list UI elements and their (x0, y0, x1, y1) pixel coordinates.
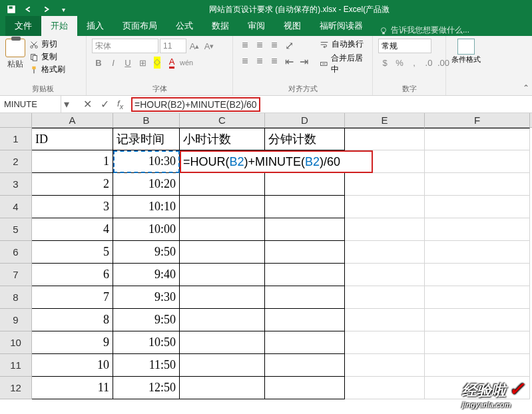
cell-F8[interactable] (425, 286, 530, 309)
cell-A8[interactable]: 7 (32, 286, 113, 309)
cell-C5[interactable] (180, 218, 265, 241)
cell-A5[interactable]: 4 (32, 218, 113, 241)
copy-button[interactable]: 复制 (29, 51, 65, 63)
cell-B7[interactable]: 9:40 (113, 264, 180, 286)
cell-D7[interactable] (265, 264, 345, 286)
cell-F10[interactable] (425, 331, 530, 354)
cell-A7[interactable]: 6 (32, 264, 113, 286)
select-all-corner[interactable] (0, 113, 32, 127)
cell-B10[interactable]: 10:50 (113, 331, 180, 354)
row-header-4[interactable]: 4 (0, 196, 32, 218)
save-button[interactable] (4, 2, 19, 17)
accept-formula-button[interactable]: ✓ (96, 98, 113, 110)
row-header-11[interactable]: 11 (0, 354, 32, 377)
cell-B9[interactable]: 9:50 (113, 309, 180, 331)
cell-B12[interactable]: 12:50 (113, 377, 180, 399)
namebox-dropdown[interactable]: ▾ (61, 98, 72, 110)
cell-B3[interactable]: 10:20 (113, 173, 180, 196)
cancel-formula-button[interactable]: ✕ (79, 98, 96, 110)
cell-C4[interactable] (180, 196, 265, 218)
font-color-button[interactable]: A (165, 56, 178, 69)
percent-button[interactable]: % (393, 56, 406, 69)
font-name-select[interactable]: 宋体 (92, 39, 158, 53)
cut-button[interactable]: 剪切 (29, 39, 65, 50)
cell-F4[interactable] (425, 196, 530, 218)
cell-A6[interactable]: 5 (32, 241, 113, 264)
fx-icon[interactable]: fx (113, 99, 127, 110)
cell-D1[interactable]: 分钟计数 (265, 128, 345, 150)
cell-E6[interactable] (345, 241, 425, 264)
qat-customize[interactable]: ▾ (56, 2, 71, 17)
cell-F2[interactable] (425, 150, 530, 173)
row-header-2[interactable]: 2 (0, 150, 32, 173)
cell-editor-overlay[interactable]: =HOUR(B2)+MINUTE(B2)/60 (180, 150, 373, 173)
tab-home[interactable]: 开始 (41, 16, 77, 36)
col-header-C[interactable]: C (180, 113, 265, 127)
align-bottom-button[interactable]: ≡ (268, 39, 281, 52)
cell-C11[interactable] (180, 354, 265, 377)
align-left-button[interactable]: ≡ (238, 55, 252, 68)
col-header-F[interactable]: F (425, 113, 530, 127)
cell-B2[interactable]: 10:30 (113, 150, 180, 173)
conditional-format-button[interactable]: 条件格式 (451, 39, 481, 65)
row-header-7[interactable]: 7 (0, 264, 32, 286)
cell-D4[interactable] (265, 196, 345, 218)
cell-B1[interactable]: 记录时间 (113, 128, 180, 150)
cell-E5[interactable] (345, 218, 425, 241)
ribbon-collapse-button[interactable]: ⌃ (523, 83, 529, 93)
cell-B4[interactable]: 10:10 (113, 196, 180, 218)
align-right-button[interactable]: ≡ (268, 55, 281, 68)
cell-C9[interactable] (180, 309, 265, 331)
cell-D5[interactable] (265, 218, 345, 241)
cell-D8[interactable] (265, 286, 345, 309)
comma-button[interactable]: , (407, 56, 421, 69)
col-header-D[interactable]: D (265, 113, 345, 127)
increase-font-button[interactable]: A▴ (188, 39, 201, 53)
border-button[interactable]: ⊞ (136, 56, 149, 69)
row-header-3[interactable]: 3 (0, 173, 32, 196)
currency-button[interactable]: $ (378, 56, 392, 69)
cell-F11[interactable] (425, 354, 530, 377)
cell-F7[interactable] (425, 264, 530, 286)
cell-C6[interactable] (180, 241, 265, 264)
cell-E3[interactable] (345, 173, 425, 196)
tell-me-search[interactable]: 告诉我您想要做什么... (379, 25, 469, 36)
cell-E4[interactable] (345, 196, 425, 218)
row-header-8[interactable]: 8 (0, 286, 32, 309)
decrease-font-button[interactable]: A▾ (202, 39, 216, 53)
tab-view[interactable]: 视图 (274, 16, 310, 36)
merge-center-button[interactable]: 合并后居中 (320, 53, 367, 75)
tab-file[interactable]: 文件 (5, 16, 41, 36)
cell-C8[interactable] (180, 286, 265, 309)
cell-D9[interactable] (265, 309, 345, 331)
italic-button[interactable]: I (107, 56, 120, 69)
wrap-text-button[interactable]: 自动换行 (320, 39, 367, 50)
cell-E10[interactable] (345, 331, 425, 354)
orientation-button[interactable]: ⤢ (282, 39, 296, 52)
row-header-12[interactable]: 12 (0, 377, 32, 399)
cell-B11[interactable]: 11:50 (113, 354, 180, 377)
tab-review[interactable]: 审阅 (238, 16, 274, 36)
row-header-6[interactable]: 6 (0, 241, 32, 264)
cell-E9[interactable] (345, 309, 425, 331)
cell-F3[interactable] (425, 173, 530, 196)
bold-button[interactable]: B (92, 56, 105, 69)
cell-C3[interactable] (180, 173, 265, 196)
cell-D11[interactable] (265, 354, 345, 377)
cell-B8[interactable]: 9:30 (113, 286, 180, 309)
cell-E8[interactable] (345, 286, 425, 309)
cell-A10[interactable]: 9 (32, 331, 113, 354)
row-header-5[interactable]: 5 (0, 218, 32, 241)
align-top-button[interactable]: ≡ (238, 39, 252, 52)
name-box[interactable]: MINUTE (0, 96, 61, 112)
cell-F9[interactable] (425, 309, 530, 331)
fill-color-button[interactable]: ◇ (150, 56, 164, 69)
formula-input[interactable]: =HOUR(B2)+MINUTE(B2)/60 (127, 96, 532, 112)
cell-E12[interactable] (345, 377, 425, 399)
cell-B5[interactable]: 10:00 (113, 218, 180, 241)
align-center-button[interactable]: ≡ (253, 55, 266, 68)
cell-C10[interactable] (180, 331, 265, 354)
row-header-10[interactable]: 10 (0, 331, 32, 354)
cell-A2[interactable]: 1 (32, 150, 113, 173)
phonetic-button[interactable]: wén (180, 56, 193, 69)
